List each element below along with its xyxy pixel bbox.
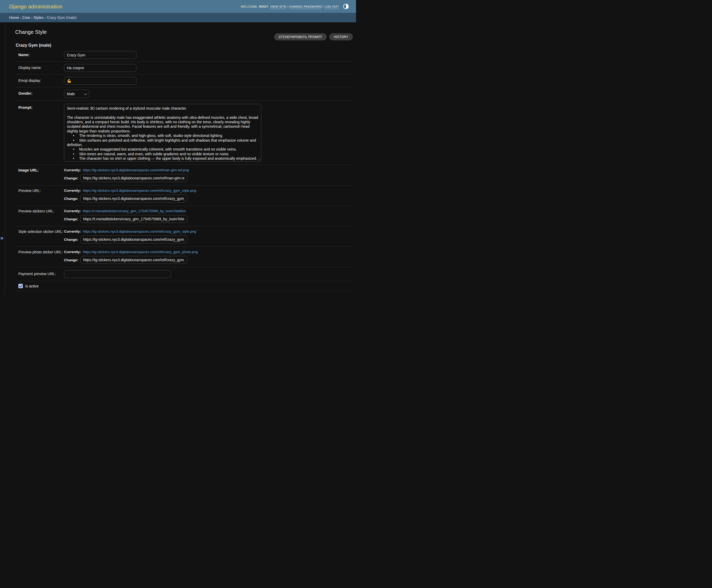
prompt-label: Prompt:: [18, 104, 64, 110]
payment-preview-url-row: Payment preview URL:: [15, 267, 353, 281]
breadcrumb-separator: ›: [19, 16, 22, 20]
preview-photo-sticker-url-label: Preview photo sticker URL:: [18, 249, 64, 255]
currently-label: Currently:: [64, 250, 81, 254]
gender-select[interactable]: Male: [64, 90, 89, 98]
collapsed-nav-sidebar: »: [0, 22, 5, 294]
welcome-text: WELCOME,: [240, 5, 258, 8]
breadcrumb-link-styles[interactable]: Styles: [34, 16, 44, 20]
style-selection-sticker-url-label: Style selection sticker URL:: [18, 229, 64, 234]
currently-line: Currently: https://tg-stickers.nyc3.digi…: [64, 189, 196, 192]
style-selection-sticker-url-row: Style selection sticker URL: Currently: …: [15, 226, 353, 247]
currently-label: Currently:: [64, 209, 81, 213]
breadcrumb-link-core[interactable]: Core: [22, 16, 30, 20]
change-label: Change:: [64, 176, 78, 180]
style-selection-sticker-url-change-input[interactable]: [80, 235, 187, 244]
log-out-link[interactable]: LOG OUT: [324, 5, 339, 8]
currently-label: Currently:: [64, 230, 81, 233]
main-area: » Change Style СГЕНЕРИРОВАТЬ ПРОМПТ HIST…: [0, 22, 356, 294]
url-rows: Image URL: Currently: https://tg-sticker…: [15, 165, 353, 267]
nav-sidebar-toggle[interactable]: »: [0, 235, 4, 241]
change-label: Change:: [64, 238, 78, 241]
currently-line: Currently: https://tg-stickers.nyc3.digi…: [64, 230, 196, 233]
payment-preview-url-label: Payment preview URL:: [18, 270, 64, 276]
preview-photo-sticker-url-current-link[interactable]: https://tg-stickers.nyc3.digitaloceanspa…: [83, 250, 198, 254]
url-field-content: Currently: https://tg-stickers.nyc3.digi…: [64, 168, 189, 182]
preview-stickers-url-change-input[interactable]: [80, 215, 187, 223]
image-url-change-input[interactable]: [80, 174, 187, 182]
gender-row: Gender: Male: [15, 87, 353, 101]
link-separator: /: [322, 5, 325, 8]
object-tools: СГЕНЕРИРОВАТЬ ПРОМПТ HISTORY: [274, 33, 353, 40]
style-selection-sticker-url-current-link[interactable]: https://tg-stickers.nyc3.digitaloceanspa…: [83, 230, 196, 233]
url-field-content: Currently: https://t.me/addstickers/craz…: [64, 209, 187, 223]
prompt-textarea[interactable]: Semi-realistic 3D cartoon rendering of a…: [64, 104, 261, 162]
view-site-link[interactable]: VIEW SITE: [270, 5, 286, 8]
change-line: Change:: [64, 235, 196, 244]
emoji-display-row: Emoji display:: [15, 75, 353, 87]
currently-line: Currently: https://t.me/addstickers/craz…: [64, 209, 187, 213]
image-url-row: Image URL: Currently: https://tg-sticker…: [15, 165, 353, 185]
name-label: Name:: [18, 51, 64, 58]
change-password-link[interactable]: CHANGE PASSWORD: [289, 5, 322, 8]
currently-label: Currently:: [64, 168, 81, 172]
name-input[interactable]: [64, 51, 137, 59]
emoji-display-label: Emoji display:: [18, 77, 64, 83]
change-style-form: Name: Display name: Emoji display: Gende…: [15, 49, 353, 291]
half-moon-icon: [343, 4, 349, 9]
gender-select-wrap: Male: [64, 90, 89, 98]
generate-prompt-button[interactable]: СГЕНЕРИРОВАТЬ ПРОМПТ: [274, 33, 327, 40]
name-row: Name:: [15, 49, 353, 62]
preview-url-change-input[interactable]: [80, 195, 187, 203]
breadcrumb: Home › Core › Styles › Crazy Gym (male): [0, 13, 356, 22]
preview-photo-sticker-url-change-input[interactable]: [80, 256, 187, 264]
is-active-row: Is active: [15, 281, 353, 291]
object-title: Crazy Gym (male): [15, 43, 353, 48]
preview-url-current-link[interactable]: https://tg-stickers.nyc3.digitaloceanspa…: [83, 189, 196, 192]
content: Change Style СГЕНЕРИРОВАТЬ ПРОМПТ HISTOR…: [5, 22, 356, 294]
change-line: Change:: [64, 215, 187, 223]
currently-line: Currently: https://tg-stickers.nyc3.digi…: [64, 168, 189, 172]
display-name-label: Display name:: [18, 64, 64, 70]
change-label: Change:: [64, 217, 78, 221]
user-tools: WELCOME, ROOT. VIEW SITE / CHANGE PASSWO…: [240, 4, 349, 9]
currently-label: Currently:: [64, 189, 81, 192]
change-line: Change:: [64, 174, 189, 182]
prompt-textarea-wrap: Semi-realistic 3D cartoon rendering of a…: [64, 104, 261, 162]
user-name: ROOT.: [259, 5, 269, 8]
image-url-current-link[interactable]: https://tg-stickers.nyc3.digitaloceanspa…: [83, 168, 189, 172]
image-url-label: Image URL:: [18, 168, 64, 173]
breadcrumb-link-home[interactable]: Home: [9, 16, 19, 20]
breadcrumb-separator: ›: [30, 16, 33, 20]
url-field-content: Currently: https://tg-stickers.nyc3.digi…: [64, 249, 198, 264]
history-button[interactable]: HISTORY: [329, 33, 353, 40]
preview-photo-sticker-url-row: Preview photo sticker URL: Currently: ht…: [15, 247, 353, 267]
prompt-row: Prompt: Semi-realistic 3D cartoon render…: [15, 101, 353, 165]
payment-preview-url-input[interactable]: [64, 270, 171, 278]
breadcrumb-separator: ›: [44, 16, 47, 20]
change-label: Change:: [64, 258, 78, 262]
preview-stickers-url-label: Preview stickers URL:: [18, 209, 64, 214]
breadcrumb-links: Home › Core › Styles ›: [9, 16, 47, 20]
url-field-content: Currently: https://tg-stickers.nyc3.digi…: [64, 188, 196, 203]
change-line: Change:: [64, 256, 198, 264]
display-name-row: Display name:: [15, 62, 353, 75]
preview-stickers-url-current-link[interactable]: https://t.me/addstickers/crazy_gim_17545…: [83, 209, 186, 213]
preview-url-label: Preview URL:: [18, 188, 64, 193]
admin-header: Django administration WELCOME, ROOT. VIE…: [0, 0, 356, 13]
is-active-checkbox[interactable]: [18, 284, 23, 288]
site-title-link[interactable]: Django administration: [9, 3, 62, 10]
change-line: Change:: [64, 195, 196, 203]
url-field-content: Currently: https://tg-stickers.nyc3.digi…: [64, 229, 196, 244]
emoji-display-input[interactable]: [64, 77, 137, 85]
link-separator: /: [286, 5, 289, 8]
breadcrumb-current: Crazy Gym (male): [47, 16, 77, 20]
user-tools-links: VIEW SITE / CHANGE PASSWORD / LOG OUT: [270, 5, 339, 8]
display-name-input[interactable]: [64, 64, 137, 72]
gender-label: Gender:: [18, 90, 64, 96]
preview-url-row: Preview URL: Currently: https://tg-stick…: [15, 185, 353, 206]
currently-line: Currently: https://tg-stickers.nyc3.digi…: [64, 250, 198, 254]
change-label: Change:: [64, 197, 78, 201]
preview-stickers-url-row: Preview stickers URL: Currently: https:/…: [15, 206, 353, 226]
theme-toggle-button[interactable]: [343, 4, 349, 9]
is-active-label: Is active: [25, 284, 39, 288]
